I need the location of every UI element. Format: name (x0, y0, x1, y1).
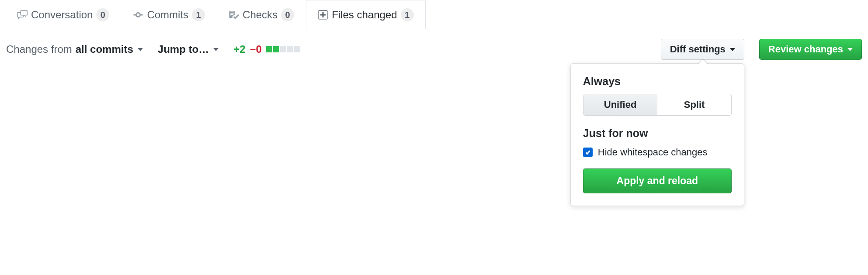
tab-checks[interactable]: Checks 0 (217, 0, 306, 29)
tab-conversation-label: Conversation (31, 9, 93, 21)
diff-view-unified[interactable]: Unified (583, 94, 657, 115)
checklist-icon (229, 10, 239, 20)
tab-commits-label: Commits (147, 9, 188, 21)
review-changes-label: Review changes (768, 44, 843, 55)
diffstat: +2 −0 (233, 43, 300, 55)
file-diff-icon (318, 10, 328, 20)
diff-settings-wrap: Diff settings Always Unified Split Just … (661, 39, 744, 60)
diff-toolbar: Changes from all commits Jump to… +2 −0 … (0, 29, 868, 69)
diffstat-additions: +2 (233, 43, 245, 55)
diff-settings-popover: Always Unified Split Just for now Hide w… (570, 63, 744, 206)
diff-view-segmented: Unified Split (583, 94, 732, 116)
tab-files-changed-count: 1 (401, 8, 414, 21)
diffstat-blocks (266, 46, 300, 52)
diff-view-split[interactable]: Split (657, 94, 731, 115)
tab-commits-count: 1 (192, 8, 205, 21)
caret-down-icon (847, 48, 853, 51)
jump-to-dropdown[interactable]: Jump to… (158, 43, 219, 55)
comment-discussion-icon (17, 10, 28, 20)
diffstat-deletions: −0 (250, 43, 262, 55)
tab-files-changed[interactable]: Files changed 1 (306, 0, 425, 29)
changes-from-value: all commits (76, 43, 133, 55)
tab-checks-count: 0 (281, 8, 294, 21)
checkbox-checked-icon (583, 148, 593, 157)
diff-settings-label: Diff settings (670, 44, 726, 55)
tab-checks-label: Checks (243, 9, 278, 21)
review-changes-button[interactable]: Review changes (759, 39, 862, 60)
diffstat-block (273, 46, 279, 52)
hide-whitespace-label: Hide whitespace changes (598, 147, 708, 158)
always-heading: Always (583, 75, 732, 88)
caret-down-icon (730, 48, 735, 51)
changes-from-prefix: Changes from (6, 43, 72, 55)
caret-down-icon (213, 48, 219, 51)
hide-whitespace-checkbox[interactable]: Hide whitespace changes (583, 147, 732, 158)
changes-from-dropdown[interactable]: Changes from all commits (6, 43, 143, 55)
diff-settings-button[interactable]: Diff settings (661, 39, 744, 60)
jump-to-label: Jump to… (158, 43, 209, 55)
git-commit-icon (133, 10, 143, 20)
tab-conversation-count: 0 (96, 8, 109, 21)
pr-tabnav: Conversation 0 Commits 1 Checks 0 Files … (0, 0, 868, 29)
just-for-now-heading: Just for now (583, 127, 732, 140)
tab-commits[interactable]: Commits 1 (121, 0, 217, 29)
tab-files-changed-label: Files changed (332, 9, 397, 21)
diff-toolbar-left: Changes from all commits Jump to… +2 −0 (6, 43, 646, 55)
caret-down-icon (138, 48, 143, 51)
tab-conversation[interactable]: Conversation 0 (5, 0, 121, 29)
apply-and-reload-button[interactable]: Apply and reload (583, 168, 732, 193)
diffstat-block (280, 46, 286, 52)
diffstat-block (266, 46, 272, 52)
diffstat-block (287, 46, 293, 52)
diffstat-block (294, 46, 300, 52)
